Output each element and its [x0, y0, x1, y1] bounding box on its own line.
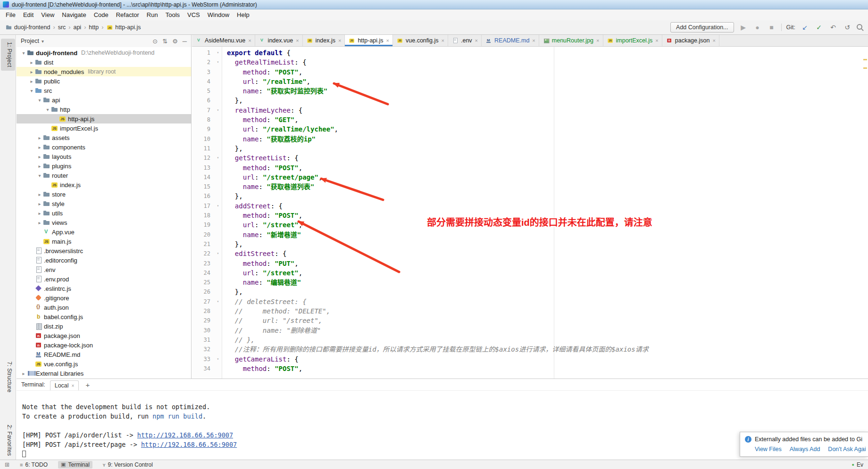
tree-item-src[interactable]: ▾src: [17, 86, 191, 95]
tab-readme-md[interactable]: README.md×: [482, 35, 539, 46]
tool-button-favorites[interactable]: 2: Favorites: [1, 421, 15, 459]
chevron-right-icon[interactable]: ▸: [36, 164, 43, 169]
tree-item-main-js[interactable]: main.js: [17, 237, 191, 246]
filter-icon[interactable]: ⇅: [162, 38, 167, 45]
menu-item-refactor[interactable]: Refactor: [113, 10, 142, 19]
chevron-right-icon[interactable]: ▸: [36, 154, 43, 159]
statusbar-item-terminal[interactable]: ▣Terminal: [58, 461, 92, 469]
tree-item-env-prod[interactable]: .env.prod: [17, 274, 191, 284]
tab-importexcel-js[interactable]: importExcel.js×: [603, 35, 662, 46]
menu-item-help[interactable]: Help: [234, 10, 253, 19]
tree-item-browserslistrc[interactable]: .browserslistrc: [17, 246, 191, 255]
tree-item-index-js[interactable]: index.js: [17, 180, 191, 189]
fold-icon[interactable]: ▾: [214, 153, 222, 163]
tree-item-editorconfig[interactable]: .editorconfig: [17, 255, 191, 265]
tree-item-api[interactable]: ▾api: [17, 95, 191, 105]
menu-item-navigate[interactable]: Navigate: [58, 10, 89, 19]
locate-icon[interactable]: ⊙: [152, 38, 158, 45]
fold-icon[interactable]: ▾: [214, 249, 222, 258]
fold-icon[interactable]: ▾: [214, 354, 222, 364]
gear-icon[interactable]: ⚙: [172, 38, 178, 45]
tree-item-external-libraries[interactable]: ▸External Libraries: [17, 369, 191, 378]
menu-item-file[interactable]: File: [2, 10, 19, 19]
tree-item-env[interactable]: .env: [17, 265, 191, 274]
git-update-icon[interactable]: ↙: [800, 24, 810, 31]
chevron-right-icon[interactable]: ▸: [36, 201, 43, 206]
fold-icon[interactable]: ▾: [214, 201, 222, 211]
close-icon[interactable]: ×: [475, 38, 478, 43]
menu-item-window[interactable]: Window: [204, 10, 233, 19]
tree-item-duoji-frontend[interactable]: ▾duoji-frontendD:\zheheWeb\duoji-fronten…: [17, 48, 191, 58]
fold-icon[interactable]: ▾: [214, 297, 222, 306]
tree-item-eslintrc-js[interactable]: .eslintrc.js: [17, 284, 191, 293]
chevron-right-icon[interactable]: ▸: [28, 79, 35, 84]
tab-vue-config-js[interactable]: vue.config.js×: [393, 35, 448, 46]
breadcrumb-item-http[interactable]: http: [87, 23, 100, 32]
menu-item-view[interactable]: View: [38, 10, 58, 19]
close-icon[interactable]: ×: [248, 38, 251, 43]
chevron-down-icon[interactable]: ▾: [20, 50, 27, 56]
fold-icon[interactable]: ▾: [214, 58, 222, 67]
notification-action-don-t-ask-agai[interactable]: Don't Ask Agai: [828, 446, 866, 453]
hide-panel-icon[interactable]: ─: [183, 38, 187, 45]
tab-index-vue[interactable]: index.vue×: [255, 35, 303, 46]
tree-item-router[interactable]: ▾router: [17, 171, 191, 180]
terminal-link[interactable]: http://192.168.66.56:9007: [137, 431, 233, 439]
tree-item-auth-json[interactable]: auth.json: [17, 303, 191, 312]
tree-item-components[interactable]: ▸components: [17, 142, 191, 152]
tree-item-babel-config-js[interactable]: babel.config.js: [17, 312, 191, 321]
statusbar-item-9-version-control[interactable]: ʏ9: Version Control: [100, 461, 156, 469]
tree-item-package-json[interactable]: package.json: [17, 331, 191, 340]
terminal-link[interactable]: http://192.168.66.56:9007: [141, 441, 237, 448]
breadcrumb-item-api[interactable]: api: [72, 23, 83, 32]
search-icon[interactable]: [857, 24, 862, 30]
tree-item-http[interactable]: ▾http: [17, 105, 191, 114]
tool-window-switcher-icon[interactable]: ⊞: [5, 461, 9, 468]
menu-item-code[interactable]: Code: [91, 10, 112, 19]
history-icon[interactable]: ↺: [843, 24, 852, 31]
tree-item-http-api-js[interactable]: http-api.js: [17, 114, 191, 123]
tab-package-json[interactable]: package.json×: [662, 35, 719, 46]
close-icon[interactable]: ×: [532, 38, 535, 43]
notification-action-view-files[interactable]: View Files: [755, 446, 782, 453]
chevron-down-icon[interactable]: ▾: [36, 173, 43, 178]
close-icon[interactable]: ×: [655, 38, 658, 43]
menu-item-vcs[interactable]: VCS: [184, 10, 203, 19]
breadcrumb-item-http-api-js[interactable]: http-api.js: [105, 23, 142, 32]
tree-item-assets[interactable]: ▸assets: [17, 133, 191, 142]
debug-icon[interactable]: ●: [753, 24, 762, 31]
statusbar-item-6-todo[interactable]: ≡6: TODO: [17, 461, 50, 469]
breadcrumb-item-src[interactable]: src: [57, 23, 67, 32]
close-icon[interactable]: ×: [296, 38, 299, 43]
fold-icon[interactable]: ▾: [214, 48, 222, 58]
menu-item-run[interactable]: Run: [143, 10, 161, 19]
close-icon[interactable]: ×: [442, 38, 444, 43]
tree-item-utils[interactable]: ▸utils: [17, 208, 191, 218]
git-revert-icon[interactable]: ↶: [828, 24, 838, 31]
tab-env[interactable]: .env×: [448, 35, 482, 46]
close-icon[interactable]: ×: [596, 38, 599, 43]
tree-item-importexcel-js[interactable]: importExcel.js: [17, 123, 191, 133]
tab-menurouter-jpg[interactable]: menuRouter.jpg×: [539, 35, 603, 46]
project-view-dropdown[interactable]: Project ▾: [21, 38, 44, 44]
add-configuration-button[interactable]: Add Configuration...: [670, 22, 734, 33]
git-commit-icon[interactable]: ✓: [814, 24, 824, 31]
editor-scrollbar[interactable]: [862, 47, 868, 378]
tree-item-dist-zip[interactable]: dist.zip: [17, 321, 191, 331]
tree-item-app-vue[interactable]: App.vue: [17, 227, 191, 237]
tab-http-api-js[interactable]: http-api.js×: [345, 35, 393, 46]
menu-item-edit[interactable]: Edit: [20, 10, 37, 19]
tree-item-gitignore[interactable]: .gitignore: [17, 293, 191, 303]
tree-item-store[interactable]: ▸store: [17, 189, 191, 199]
stop-icon[interactable]: ■: [767, 24, 776, 31]
menu-item-tools[interactable]: Tools: [162, 10, 183, 19]
chevron-right-icon[interactable]: ▸: [28, 60, 35, 65]
event-log-button[interactable]: ● Ev: [852, 461, 863, 468]
tool-button-structure[interactable]: 7: Structure: [1, 358, 15, 396]
chevron-down-icon[interactable]: ▾: [36, 98, 43, 103]
chevron-down-icon[interactable]: ▾: [44, 107, 51, 112]
chevron-right-icon[interactable]: ▸: [36, 220, 43, 225]
chevron-right-icon[interactable]: ▸: [36, 135, 43, 140]
tab-index-js[interactable]: index.js×: [303, 35, 345, 46]
new-terminal-session-button[interactable]: +: [83, 381, 92, 389]
